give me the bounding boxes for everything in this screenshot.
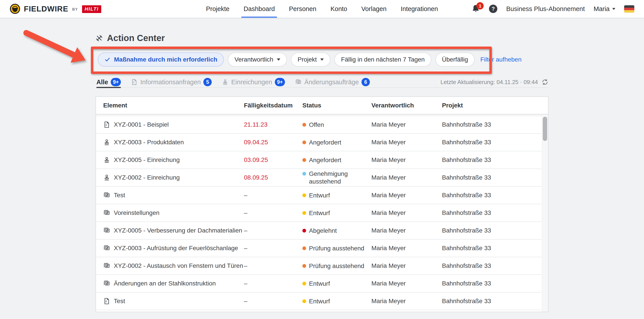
table-row[interactable]: i XYZ-0001 - Beispiel 21.11.23 Offen Mar… bbox=[96, 116, 542, 134]
tab[interactable]: Änderungsaufträge 6 bbox=[295, 76, 370, 88]
element-type-icon bbox=[103, 262, 110, 269]
element-cell: Test bbox=[103, 192, 244, 199]
table-row[interactable]: XYZ-0005 - Verbesserung der Dachmaterial… bbox=[96, 222, 542, 240]
filter-chip-action-required[interactable]: Maßnahme durch mich erforderlich bbox=[98, 52, 224, 66]
due-date-cell: 03.09.25 bbox=[244, 156, 302, 164]
status-cell: Prüfung ausstehend bbox=[302, 262, 372, 270]
due-date-cell: 21.11.23 bbox=[244, 121, 302, 128]
action-items-table: ElementFälligkeitsdatumStatusVerantwortl… bbox=[96, 96, 548, 312]
element-cell: XYZ-0005 - Verbesserung der Dachmaterial… bbox=[103, 227, 244, 234]
nav-item[interactable]: Integrationen bbox=[401, 0, 438, 18]
nav-item[interactable]: Personen bbox=[289, 0, 316, 18]
assignee-cell: Maria Meyer bbox=[372, 121, 442, 128]
status-cell: Entwurf bbox=[302, 209, 372, 217]
nav-item-label: Integrationen bbox=[401, 5, 438, 12]
element-type-icon bbox=[103, 245, 110, 252]
status-dot bbox=[302, 158, 306, 162]
project-cell: Bahnhofstraße 33 bbox=[442, 192, 542, 199]
fieldwire-logo[interactable]: FIELDWIRE BY HILTI bbox=[10, 4, 101, 14]
filter-bar: Maßnahme durch mich erforderlich Verantw… bbox=[98, 52, 522, 66]
nav-item-label: Dashboard bbox=[244, 5, 275, 12]
status-label: Prüfung ausstehend bbox=[309, 262, 364, 270]
table-header-row: ElementFälligkeitsdatumStatusVerantwortl… bbox=[96, 97, 548, 114]
filter-toggle-chip[interactable]: Fällig in den nächsten 7 Tagen bbox=[334, 52, 431, 66]
table-scrollbar-thumb[interactable] bbox=[543, 117, 547, 141]
status-dot bbox=[302, 172, 306, 176]
assignee-cell: Maria Meyer bbox=[372, 174, 442, 181]
app-header: FIELDWIRE BY HILTI Projekte Dashboard Pe… bbox=[0, 0, 644, 18]
status-cell: Entwurf bbox=[302, 298, 372, 305]
table-row[interactable]: XYZ-0002 - Einreichung 08.09.25 Genehmig… bbox=[96, 169, 542, 187]
status-cell: Genehmigung ausstehend bbox=[302, 170, 372, 185]
due-date-cell: 08.09.25 bbox=[244, 174, 302, 181]
assignee-cell: Maria Meyer bbox=[372, 139, 442, 146]
filter-dropdown-chip[interactable]: Verantwortlich bbox=[228, 52, 287, 66]
user-menu[interactable]: Maria bbox=[594, 5, 615, 12]
project-cell: Bahnhofstraße 33 bbox=[442, 209, 542, 216]
tab-label: Einreichungen bbox=[231, 78, 272, 86]
due-date-cell: – bbox=[244, 280, 302, 287]
status-cell: Entwurf bbox=[302, 192, 372, 199]
nav-item[interactable]: Konto bbox=[330, 0, 347, 18]
nav-item[interactable]: Projekte bbox=[206, 0, 229, 18]
tab[interactable]: Alle 9+ bbox=[96, 76, 121, 88]
element-cell: XYZ-0003 - Produktdaten bbox=[103, 139, 244, 146]
project-cell: Bahnhofstraße 33 bbox=[442, 174, 542, 181]
help-button[interactable]: ? bbox=[489, 5, 497, 13]
element-name: XYZ-0005 - Einreichung bbox=[114, 156, 180, 164]
page-title-row: Action Center bbox=[96, 33, 165, 43]
element-name: Voreinstellungen bbox=[114, 209, 160, 216]
element-type-icon bbox=[103, 192, 110, 199]
hilti-logo: HILTI bbox=[82, 5, 101, 13]
element-type-icon bbox=[103, 139, 110, 146]
table-row[interactable]: i Test – Entwurf Maria Meyer Bahnhofstra… bbox=[96, 292, 542, 310]
filter-toggle-chip[interactable]: Überfällig bbox=[435, 52, 474, 66]
table-row[interactable]: XYZ-0002 - Austausch von Fenstern und Tü… bbox=[96, 257, 542, 275]
element-type-icon: i bbox=[103, 121, 110, 128]
table-row[interactable]: XYZ-0003 - Produktdaten 09.04.25 Angefor… bbox=[96, 134, 542, 151]
page-title: Action Center bbox=[107, 33, 165, 43]
table-row[interactable]: XYZ-0003 - Aufrüstung der Feuerlöschanla… bbox=[96, 240, 542, 257]
element-cell: XYZ-0005 - Einreichung bbox=[103, 156, 244, 164]
notifications-button[interactable]: 1 bbox=[471, 4, 480, 14]
nav-item[interactable]: Dashboard bbox=[244, 0, 275, 18]
due-date-cell: – bbox=[244, 192, 302, 199]
nav-item[interactable]: Vorlagen bbox=[361, 0, 386, 18]
tab-icon bbox=[222, 79, 228, 86]
annotation-arrow bbox=[23, 30, 92, 67]
clear-filters-link[interactable]: Filter aufheben bbox=[480, 56, 522, 63]
element-name: XYZ-0005 - Verbesserung der Dachmaterial… bbox=[114, 227, 242, 234]
element-type-icon bbox=[103, 280, 110, 287]
table-row[interactable]: XYZ-0005 - Einreichung 03.09.25 Angeford… bbox=[96, 151, 542, 169]
due-date-cell: – bbox=[244, 298, 302, 305]
table-row[interactable]: Voreinstellungen – Entwurf Maria Meyer B… bbox=[96, 204, 542, 222]
tab[interactable]: i Informationsanfragen 5 bbox=[131, 76, 212, 88]
element-name: Änderungen an der Stahlkonstruktion bbox=[114, 280, 216, 287]
element-cell: Voreinstellungen bbox=[103, 209, 244, 216]
language-flag-german[interactable] bbox=[624, 5, 634, 12]
assignee-cell: Maria Meyer bbox=[372, 262, 442, 269]
element-type-icon: i bbox=[103, 298, 110, 305]
status-label: Angefordert bbox=[309, 156, 341, 164]
element-name: XYZ-0002 - Einreichung bbox=[114, 174, 180, 181]
assignee-cell: Maria Meyer bbox=[372, 298, 442, 305]
chevron-down-icon bbox=[277, 58, 280, 61]
svg-text:i: i bbox=[134, 81, 134, 84]
tab[interactable]: Einreichungen 9+ bbox=[222, 76, 285, 88]
filter-dropdown-chip[interactable]: Projekt bbox=[291, 52, 330, 66]
tab-count-badge: 5 bbox=[203, 78, 212, 86]
subscription-label: Business Plus-Abonnement bbox=[506, 5, 585, 12]
status-label: Angefordert bbox=[309, 138, 341, 146]
table-row[interactable]: Test – Entwurf Maria Meyer Bahnhofstraße… bbox=[96, 187, 542, 204]
table-scrollbar-track[interactable] bbox=[542, 115, 548, 312]
status-dot bbox=[302, 299, 306, 303]
nav-item-label: Projekte bbox=[206, 5, 229, 12]
table-row[interactable]: Änderungen an der Stahlkonstruktion – En… bbox=[96, 275, 542, 292]
tab-label: Änderungsaufträge bbox=[304, 78, 359, 86]
refresh-icon[interactable] bbox=[542, 78, 548, 86]
status-cell: Prüfung ausstehend bbox=[302, 244, 372, 252]
element-type-icon bbox=[103, 174, 110, 181]
assignee-cell: Maria Meyer bbox=[372, 192, 442, 199]
status-cell: Abgelehnt bbox=[302, 227, 372, 234]
column-header: Fälligkeitsdatum bbox=[244, 102, 302, 109]
